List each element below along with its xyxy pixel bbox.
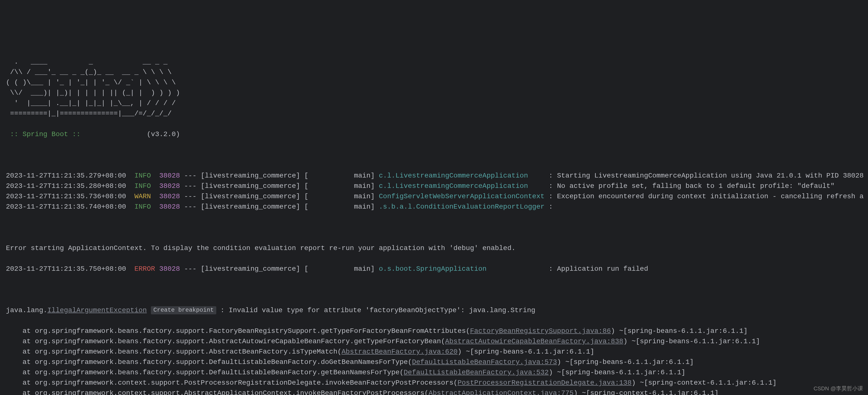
sep: --- [180, 172, 201, 180]
log-message: : No active profile set, falling back to… [549, 182, 834, 190]
sep [126, 182, 134, 190]
spring-banner: . ____ _ __ _ _ /\\ / ___'_ __ _ _(_)_ _… [6, 57, 862, 119]
stack-suffix: ) ~[spring-beans-6.1.1.jar:6.1.1] [623, 338, 760, 345]
log-level: WARN [134, 192, 155, 200]
console-output: . ____ _ __ _ _ /\\ / ___'_ __ _ _(_)_ _… [6, 47, 862, 395]
sep [126, 265, 134, 273]
sep: --- [180, 265, 201, 273]
sep: --- [180, 203, 201, 211]
log-level: ERROR [134, 265, 155, 273]
blank-line [6, 284, 862, 295]
source-link[interactable]: AbstractAutowireCapableBeanFactory.java:… [445, 338, 623, 345]
pid: 38028 [159, 265, 180, 273]
sep: --- [180, 192, 201, 200]
logger-name: .s.b.a.l.ConditionEvaluationReportLogger [379, 203, 545, 211]
exception-line: java.lang.IllegalArgumentException Creat… [6, 305, 862, 315]
stack-frame: at org.springframework.beans.factory.sup… [6, 357, 862, 367]
stack-prefix: at org.springframework.context.support.A… [6, 389, 429, 395]
stack-frame: at org.springframework.beans.factory.sup… [6, 336, 862, 347]
pid: 38028 [159, 203, 180, 211]
spring-label: :: Spring Boot :: [6, 130, 85, 138]
pid: 38028 [159, 192, 180, 200]
source-link[interactable]: DefaultListableBeanFactory.java:532 [404, 369, 549, 376]
log-line: 2023-11-27T11:21:35.280+08:00 INFO 38028… [6, 181, 862, 191]
logger-name: ConfigServletWebServerApplicationContext [379, 192, 545, 200]
thread: [livestreaming_commerce] [ main] [201, 182, 375, 190]
stack-prefix: at org.springframework.beans.factory.sup… [6, 369, 404, 376]
logger-name: o.s.boot.SpringApplication [379, 265, 545, 273]
stack-prefix: at org.springframework.beans.factory.sup… [6, 327, 470, 335]
stack-suffix: ) ~[spring-beans-6.1.1.jar:6.1.1] [458, 348, 594, 356]
source-link[interactable]: DefaultListableBeanFactory.java:573 [412, 358, 557, 366]
pid: 38028 [159, 172, 180, 180]
timestamp: 2023-11-27T11:21:35.279+08:00 [6, 172, 126, 180]
stack-frame: at org.springframework.context.support.P… [6, 378, 862, 388]
create-breakpoint-button[interactable]: Create breakpoint [151, 306, 216, 314]
stack-prefix: at org.springframework.beans.factory.sup… [6, 348, 342, 356]
sep [126, 203, 134, 211]
stack-frame: at org.springframework.beans.factory.sup… [6, 326, 862, 336]
stack-suffix: ) ~[spring-context-6.1.1.jar:6.1.1] [631, 379, 776, 387]
source-link[interactable]: AbstractApplicationContext.java:775 [429, 389, 574, 395]
exception-message: : Invalid value type for attribute 'fact… [216, 306, 535, 314]
sep: --- [180, 182, 201, 190]
error-log-line: 2023-11-27T11:21:35.750+08:00 ERROR 3802… [6, 264, 862, 274]
log-line: 2023-11-27T11:21:35.740+08:00 INFO 38028… [6, 202, 862, 212]
timestamp: 2023-11-27T11:21:35.280+08:00 [6, 182, 126, 190]
log-message: : Application run failed [549, 265, 648, 273]
stack-suffix: ) ~[spring-beans-6.1.1.jar:6.1.1] [557, 358, 694, 366]
log-level: INFO [134, 182, 155, 190]
stack-frame: at org.springframework.beans.factory.sup… [6, 367, 862, 378]
thread: [livestreaming_commerce] [ main] [201, 265, 375, 273]
source-link[interactable]: PostProcessorRegistrationDelegate.java:1… [458, 379, 632, 387]
log-message: : [549, 203, 557, 211]
stack-frame: at org.springframework.beans.factory.sup… [6, 347, 862, 357]
logger-name: c.l.LivestreamingCommerceApplication [379, 172, 545, 180]
stack-suffix: ) ~[spring-context-6.1.1.jar:6.1.1] [574, 389, 719, 395]
spring-boot-line: :: Spring Boot :: (v3.2.0) [6, 129, 862, 140]
pid: 38028 [159, 182, 180, 190]
log-line: 2023-11-27T11:21:35.736+08:00 WARN 38028… [6, 191, 862, 202]
watermark: CSDN @李昊哲小课 [813, 385, 863, 393]
timestamp: 2023-11-27T11:21:35.740+08:00 [6, 203, 126, 211]
exception-prefix: java.lang. [6, 306, 48, 314]
log-level: INFO [134, 203, 155, 211]
stack-suffix: ) ~[spring-beans-6.1.1.jar:6.1.1] [549, 369, 685, 376]
logger-name: c.l.LivestreamingCommerceApplication [379, 182, 545, 190]
thread: [livestreaming_commerce] [ main] [201, 192, 375, 200]
timestamp: 2023-11-27T11:21:35.736+08:00 [6, 192, 126, 200]
spring-version: (v3.2.0) [85, 130, 180, 138]
stack-prefix: at org.springframework.context.support.P… [6, 379, 458, 387]
error-prelude: Error starting ApplicationContext. To di… [6, 243, 862, 253]
log-message: : Starting LivestreamingCommerceApplicat… [549, 172, 864, 180]
blank-line [6, 150, 862, 160]
sep [126, 172, 134, 180]
exception-class-link[interactable]: IllegalArgumentException [48, 306, 147, 314]
thread: [livestreaming_commerce] [ main] [201, 172, 375, 180]
thread: [livestreaming_commerce] [ main] [201, 203, 375, 211]
stack-frame: at org.springframework.context.support.A… [6, 388, 862, 395]
blank-line [6, 222, 862, 233]
sep [126, 192, 134, 200]
log-level: INFO [134, 172, 155, 180]
timestamp: 2023-11-27T11:21:35.750+08:00 [6, 265, 126, 273]
source-link[interactable]: FactoryBeanRegistrySupport.java:86 [470, 327, 611, 335]
stack-suffix: ) ~[spring-beans-6.1.1.jar:6.1.1] [611, 327, 748, 335]
stack-prefix: at org.springframework.beans.factory.sup… [6, 338, 445, 345]
log-message: : Exception encountered during context i… [549, 192, 864, 200]
source-link[interactable]: AbstractBeanFactory.java:620 [342, 348, 458, 356]
log-line: 2023-11-27T11:21:35.279+08:00 INFO 38028… [6, 171, 862, 181]
stack-prefix: at org.springframework.beans.factory.sup… [6, 358, 412, 366]
